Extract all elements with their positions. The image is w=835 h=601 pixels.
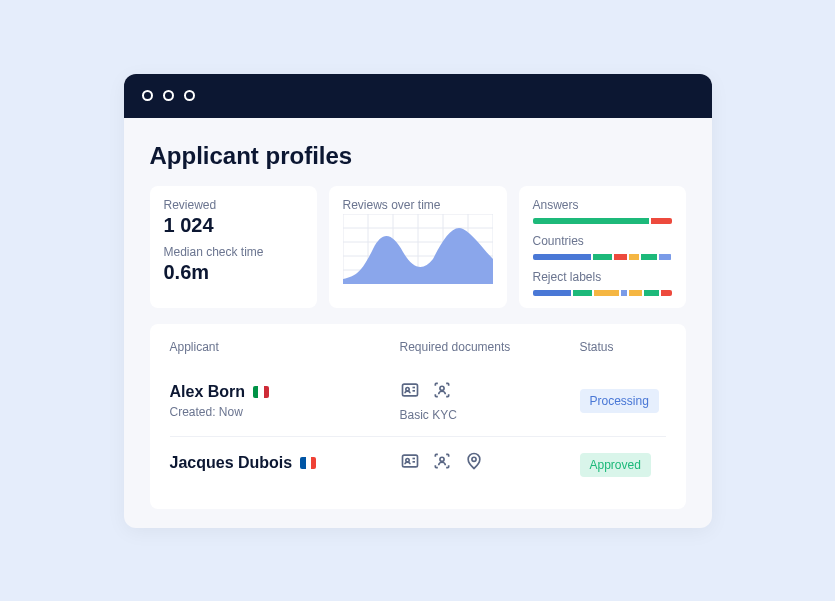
bar-segment bbox=[533, 254, 591, 260]
table-header: Applicant Required documents Status bbox=[170, 340, 666, 354]
face-scan-icon bbox=[432, 380, 452, 404]
page-title: Applicant profiles bbox=[150, 142, 686, 170]
bar-segment bbox=[593, 254, 612, 260]
bar-segment bbox=[614, 254, 627, 260]
bar-segment bbox=[629, 290, 642, 296]
countries-bar bbox=[533, 254, 672, 260]
table-body: Alex BornCreated: NowBasic KYCProcessing… bbox=[170, 372, 666, 493]
location-pin-icon bbox=[464, 451, 484, 475]
bar-segment bbox=[573, 290, 592, 296]
answers-label: Answers bbox=[533, 198, 672, 212]
svg-point-17 bbox=[439, 386, 443, 390]
applicants-table: Applicant Required documents Status Alex… bbox=[150, 324, 686, 509]
bar-segment bbox=[651, 218, 672, 224]
th-applicant: Applicant bbox=[170, 340, 400, 354]
table-row[interactable]: Jacques DuboisApproved bbox=[170, 437, 666, 493]
reject-label: Reject labels bbox=[533, 270, 672, 284]
reviews-chart bbox=[343, 214, 493, 284]
reviewed-label: Reviewed bbox=[164, 198, 303, 212]
th-docs: Required documents bbox=[400, 340, 580, 354]
table-row[interactable]: Alex BornCreated: NowBasic KYCProcessing bbox=[170, 372, 666, 437]
flag-icon bbox=[300, 457, 316, 469]
svg-point-19 bbox=[405, 458, 408, 461]
chart-card: Reviews over time bbox=[329, 186, 507, 308]
bar-segment bbox=[533, 218, 649, 224]
svg-point-14 bbox=[405, 387, 408, 390]
bars-card: Answers Countries Reject labels bbox=[519, 186, 686, 308]
flag-icon bbox=[253, 386, 269, 398]
id-card-icon bbox=[400, 451, 420, 475]
bar-segment bbox=[629, 254, 639, 260]
bar-segment bbox=[661, 290, 671, 296]
applicant-name: Jacques Dubois bbox=[170, 454, 400, 472]
reviewed-value: 1 024 bbox=[164, 214, 303, 237]
summary-cards: Reviewed 1 024 Median check time 0.6m Re… bbox=[150, 186, 686, 308]
reject-bar bbox=[533, 290, 672, 296]
status-badge: Processing bbox=[580, 389, 659, 413]
chart-title: Reviews over time bbox=[343, 198, 493, 212]
doc-label: Basic KYC bbox=[400, 408, 580, 422]
median-label: Median check time bbox=[164, 245, 303, 259]
median-value: 0.6m bbox=[164, 261, 303, 284]
bar-segment bbox=[533, 290, 571, 296]
bar-segment bbox=[594, 290, 619, 296]
app-window: Applicant profiles Reviewed 1 024 Median… bbox=[124, 74, 712, 528]
svg-point-23 bbox=[471, 457, 475, 461]
answers-bar bbox=[533, 218, 672, 224]
window-titlebar bbox=[124, 74, 712, 118]
content-area: Applicant profiles Reviewed 1 024 Median… bbox=[124, 118, 712, 528]
id-card-icon bbox=[400, 380, 420, 404]
created-text: Created: Now bbox=[170, 405, 400, 419]
doc-icons bbox=[400, 380, 580, 404]
face-scan-icon bbox=[432, 451, 452, 475]
bar-segment bbox=[621, 290, 627, 296]
svg-point-22 bbox=[439, 457, 443, 461]
th-status: Status bbox=[580, 340, 666, 354]
window-control-min[interactable] bbox=[163, 90, 174, 101]
svg-rect-13 bbox=[402, 384, 417, 396]
countries-label: Countries bbox=[533, 234, 672, 248]
status-badge: Approved bbox=[580, 453, 651, 477]
applicant-name: Alex Born bbox=[170, 383, 400, 401]
bar-segment bbox=[659, 254, 672, 260]
bar-segment bbox=[641, 254, 656, 260]
doc-icons bbox=[400, 451, 580, 475]
bar-segment bbox=[644, 290, 659, 296]
stats-card: Reviewed 1 024 Median check time 0.6m bbox=[150, 186, 317, 308]
window-control-close[interactable] bbox=[142, 90, 153, 101]
window-control-max[interactable] bbox=[184, 90, 195, 101]
svg-rect-18 bbox=[402, 455, 417, 467]
